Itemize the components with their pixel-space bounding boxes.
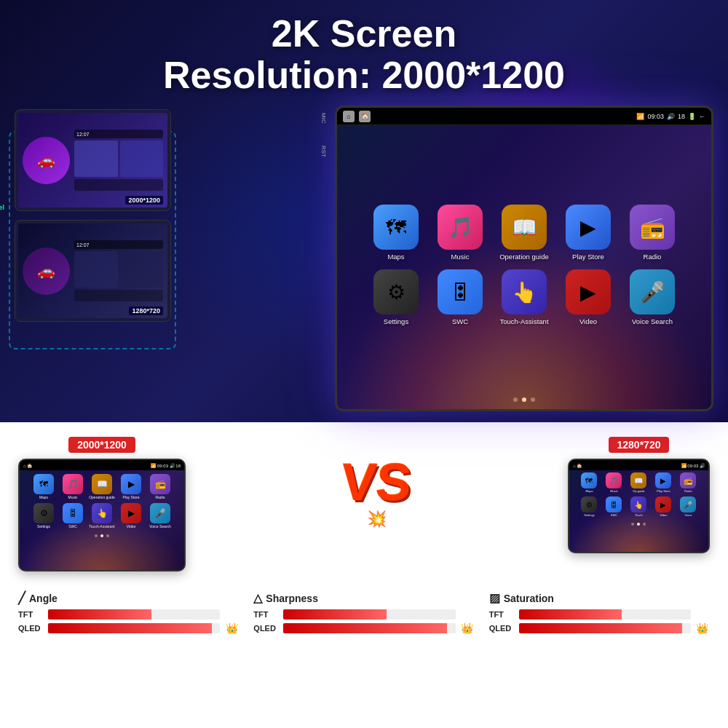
- comp-playstore[interactable]: ▶ Play Store: [118, 474, 144, 499]
- playstore-icon[interactable]: ▶: [566, 205, 611, 250]
- sat-crown: 👑: [695, 623, 710, 633]
- comp-screen-inner-left: ⌂ 🏠 📶 09:03 🔊 18 🗺 Maps 🎵: [20, 460, 184, 570]
- comp-status-time-right: 📶 09:03 🔊: [681, 463, 705, 468]
- settings-label: Settings: [384, 317, 408, 325]
- sat-tft-end: [695, 609, 710, 620]
- car-circle-high: 🚗: [23, 137, 70, 184]
- comp-music[interactable]: 🎵 Music: [60, 474, 86, 499]
- comp-opguide[interactable]: 📖 Operation guide: [89, 474, 115, 499]
- metric-saturation: ▨ Saturation TFT QLED 👑: [489, 591, 710, 637]
- comp-music-icon[interactable]: 🎵: [63, 474, 83, 494]
- dot-3: [531, 397, 535, 402]
- video-icon[interactable]: ▶: [566, 269, 611, 314]
- playstore-label: Play Store: [572, 253, 604, 261]
- comp-radio-icon[interactable]: 📻: [150, 474, 170, 494]
- comp-statusbar-right: ⌂ 🏠 📶 09:03 🔊: [569, 460, 708, 470]
- comp-radio-lbl: Radio: [155, 495, 165, 499]
- voice-icon[interactable]: 🎤: [630, 269, 675, 314]
- angle-crown: 👑: [224, 623, 239, 633]
- app-settings[interactable]: ⚙ Settings: [368, 269, 424, 325]
- video-label: Video: [579, 317, 597, 325]
- app-touch[interactable]: 👆 Touch-Assistant: [496, 269, 553, 325]
- enlarge-text: Enlarge pixel display contrast of detail: [0, 204, 7, 235]
- angle-qled-track: [48, 623, 220, 633]
- mini-header-low: 12:07: [74, 240, 163, 249]
- app-playstore[interactable]: ▶ Play Store: [560, 205, 617, 261]
- comp-app-row1-left: 🗺 Maps 🎵 Music 📖 Operation guide: [23, 474, 181, 499]
- sharp-qled-label: QLED: [253, 624, 279, 633]
- title-line2: Resolution: 2000*1200: [163, 55, 565, 96]
- music-icon[interactable]: 🎵: [438, 205, 483, 250]
- wifi-icon: 📶: [636, 113, 644, 120]
- comp-r-playstore[interactable]: ▶ Play Store: [652, 472, 674, 493]
- left-screens: Enlarge pixel display contrast of detail…: [15, 109, 171, 331]
- comparison-row: 2000*1200 ⌂ 🏠 📶 09:03 🔊 18 🗺: [18, 437, 710, 571]
- title-area: 2K Screen Resolution: 2000*1200: [163, 0, 565, 96]
- back-icon[interactable]: 🏠: [359, 111, 371, 122]
- app-music[interactable]: 🎵 Music: [432, 205, 488, 261]
- sharp-tft-fill: [283, 609, 387, 620]
- settings-icon[interactable]: ⚙: [373, 269, 419, 314]
- res-badge-high: 2000*1200: [125, 196, 163, 205]
- metrics-section: ╱ Angle TFT QLED 👑: [18, 591, 710, 637]
- statusbar-left: ⌂ 🏠: [343, 111, 371, 122]
- comp-statusbar-left: ⌂ 🏠 📶 09:03 🔊 18: [20, 460, 184, 470]
- tablet-statusbar: ⌂ 🏠 📶 09:03 🔊 18 🔋 ←: [337, 108, 711, 125]
- comp-opguide-icon[interactable]: 📖: [92, 474, 112, 494]
- comp-playstore-icon[interactable]: ▶: [121, 474, 141, 494]
- swc-icon[interactable]: 🎛: [438, 269, 483, 314]
- app-row-1: 🗺 Maps 🎵 Music 📖 Operation guide: [344, 205, 704, 261]
- opguide-icon[interactable]: 📖: [502, 205, 547, 250]
- screen-card-low: 🚗 12:07 1280*720: [15, 220, 171, 322]
- sat-qled-row: QLED 👑: [489, 623, 710, 633]
- maps-label: Maps: [387, 253, 404, 261]
- comp-r-opguide-icon[interactable]: 📖: [630, 472, 646, 488]
- angle-tft-label: TFT: [18, 610, 44, 619]
- home-icon[interactable]: ⌂: [343, 111, 355, 122]
- comp-r-opguide[interactable]: 📖 Op.guide: [628, 472, 649, 493]
- comp-glow-right: [569, 506, 708, 552]
- opguide-label: Operation guide: [499, 253, 549, 261]
- saturation-label: Saturation: [504, 593, 554, 604]
- comp-music-lbl: Music: [68, 495, 77, 499]
- radio-icon[interactable]: 📻: [630, 205, 675, 250]
- sat-qled-track: [519, 623, 691, 633]
- comp-maps-icon[interactable]: 🗺: [33, 474, 54, 494]
- time-display: 09:03: [647, 113, 664, 120]
- comp-r-music[interactable]: 🎵 Music: [603, 472, 625, 493]
- comp-device-left: ⌂ 🏠 📶 09:03 🔊 18 🗺 Maps 🎵: [18, 459, 186, 571]
- app-video[interactable]: ▶ Video: [560, 269, 617, 325]
- volume-icon: 🔊: [667, 113, 675, 120]
- main-container: 2K Screen Resolution: 2000*1200 Enlarge …: [0, 0, 728, 728]
- comp-maps-lbl: Maps: [39, 495, 48, 499]
- app-maps[interactable]: 🗺 Maps: [368, 205, 424, 261]
- app-radio[interactable]: 📻 Radio: [624, 205, 681, 261]
- saturation-icon: ▨: [489, 591, 500, 605]
- dot-1: [513, 397, 518, 402]
- comp-r-music-icon[interactable]: 🎵: [606, 472, 622, 488]
- comp-maps[interactable]: 🗺 Maps: [31, 474, 57, 499]
- angle-tft-fill: [48, 609, 151, 620]
- touch-icon[interactable]: 👆: [502, 269, 547, 314]
- comp-r-maps[interactable]: 🗺 Maps: [578, 472, 600, 493]
- comp-radio[interactable]: 📻 Radio: [147, 474, 173, 499]
- comp-r-radio[interactable]: 📻 Radio: [677, 472, 699, 493]
- left-res-badge: 2000*1200: [68, 437, 135, 453]
- app-voice[interactable]: 🎤 Voice Search: [624, 269, 681, 325]
- comp-r-radio-lbl: Radio: [684, 489, 692, 493]
- comp-r-radio-icon[interactable]: 📻: [680, 472, 696, 488]
- maps-icon[interactable]: 🗺: [373, 205, 419, 250]
- screen-right-content-high: 12:07: [70, 127, 167, 194]
- comp-r-playstore-icon[interactable]: ▶: [655, 472, 671, 488]
- comp-r-maps-icon[interactable]: 🗺: [581, 472, 597, 488]
- app-opguide[interactable]: 📖 Operation guide: [496, 205, 553, 261]
- app-swc[interactable]: 🎛 SWC: [432, 269, 488, 325]
- radio-label: Radio: [644, 253, 662, 261]
- sat-qled-label: QLED: [489, 624, 515, 633]
- sat-qled-fill: [519, 623, 683, 633]
- angle-icon: ╱: [18, 591, 25, 605]
- comp-device-right: ⌂ 🏠 📶 09:03 🔊 🗺 Maps 🎵: [568, 459, 710, 553]
- vs-text: VS: [340, 459, 414, 506]
- vs-splatter: 💥: [367, 510, 387, 529]
- statusbar-right: 📶 09:03 🔊 18 🔋 ←: [636, 113, 705, 120]
